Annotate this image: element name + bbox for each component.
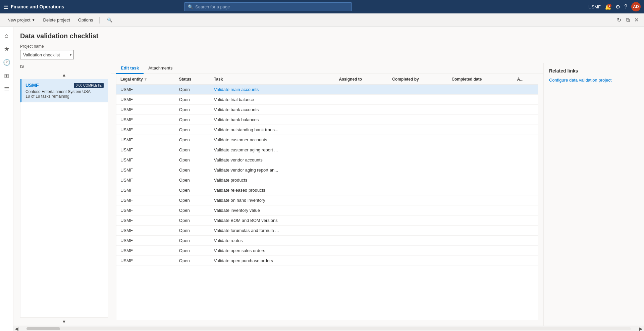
cell-legal-entity: USMF: [116, 145, 175, 155]
col-completed-by: Completed by: [388, 74, 447, 85]
cell-a: [513, 95, 538, 105]
col-assigned-to: Assigned to: [335, 74, 388, 85]
entity-name: Contoso Entertainment System USA: [25, 89, 104, 94]
table-row[interactable]: USMFOpenValidate bank accounts: [116, 105, 538, 115]
table-row[interactable]: USMFOpenValidate bank balances: [116, 115, 538, 125]
cell-completed-date: [447, 175, 513, 185]
grid-container[interactable]: Legal entity ▿ Status Task Assigned to C…: [116, 74, 538, 320]
cell-legal-entity: USMF: [116, 205, 175, 216]
entity-item-usmf[interactable]: USMF 0.00 COMPLETE Contoso Entertainment…: [20, 79, 108, 102]
close-button[interactable]: ✕: [633, 15, 640, 25]
cell-a: [513, 175, 538, 185]
content-area: Data validation checklist Project name V…: [13, 27, 644, 331]
cell-a: [513, 205, 538, 216]
cell-completed-date: [447, 205, 513, 216]
sidebar-favorites-button[interactable]: ★: [1, 43, 13, 55]
sidebar-recent-button[interactable]: 🕐: [1, 56, 13, 68]
table-row[interactable]: USMFOpenValidate open purchase orders: [116, 256, 538, 266]
table-row[interactable]: USMFOpenValidate vendor accounts: [116, 155, 538, 165]
refresh-button[interactable]: ↻: [615, 15, 623, 25]
cell-status: Open: [175, 145, 210, 155]
toolbar-search-button[interactable]: 🔍: [104, 16, 116, 24]
cell-task: Validate bank accounts: [210, 105, 335, 115]
scroll-right-arrow[interactable]: ▶: [638, 326, 644, 331]
settings-button[interactable]: ⚙: [615, 4, 620, 10]
project-select-wrapper: Validation checklist: [20, 50, 74, 59]
cell-legal-entity: USMF: [116, 125, 175, 135]
col-task: Task: [210, 74, 335, 85]
hamburger-menu-button[interactable]: ☰: [3, 4, 8, 10]
scroll-down-arrow[interactable]: ▼: [20, 318, 108, 326]
cell-a: [513, 216, 538, 226]
cell-task: Validate inventory value: [210, 205, 335, 216]
table-row[interactable]: USMFOpenValidate main accounts: [116, 85, 538, 95]
scroll-left-arrow[interactable]: ◀: [13, 326, 20, 331]
search-input[interactable]: [195, 4, 348, 9]
cell-task: Validate routes: [210, 236, 335, 246]
col-a: A...: [513, 74, 538, 85]
options-button[interactable]: Options: [75, 16, 97, 24]
global-search-bar[interactable]: 🔍: [184, 2, 352, 11]
bottom-scrollbar[interactable]: [26, 327, 631, 330]
cell-completed-date: [447, 85, 513, 95]
project-name-select[interactable]: Validation checklist: [20, 50, 74, 59]
cell-completed-date: [447, 216, 513, 226]
scroll-up-arrow[interactable]: ▲: [20, 71, 108, 79]
cell-legal-entity: USMF: [116, 246, 175, 256]
cell-assigned-to: [335, 195, 388, 205]
cell-assigned-to: [335, 205, 388, 216]
table-row[interactable]: USMFOpenValidate inventory value: [116, 205, 538, 216]
new-project-button[interactable]: New project ▼: [4, 16, 39, 24]
right-area: Edit task Attachments Legal entity ▿: [111, 63, 644, 326]
configure-data-validation-link[interactable]: Configure data validation project: [549, 78, 639, 83]
tab-attachments[interactable]: Attachments: [144, 63, 177, 74]
table-row[interactable]: USMFOpenValidate vendor aging report an.…: [116, 165, 538, 175]
cell-task: Validate customer accounts: [210, 135, 335, 145]
help-button[interactable]: ?: [624, 4, 627, 10]
table-row[interactable]: USMFOpenValidate BOM and BOM versions: [116, 216, 538, 226]
table-row[interactable]: USMFOpenValidate products: [116, 175, 538, 185]
user-avatar[interactable]: AD: [631, 2, 641, 11]
cell-a: [513, 155, 538, 165]
notifications-button[interactable]: 🔔 1: [605, 4, 611, 10]
cell-assigned-to: [335, 115, 388, 125]
table-row[interactable]: USMFOpenValidate forumulas and formula .…: [116, 226, 538, 236]
table-row[interactable]: USMFOpenValidate open sales orders: [116, 246, 538, 256]
cell-task[interactable]: Validate main accounts: [210, 85, 335, 95]
table-row[interactable]: USMFOpenValidate customer aging report .…: [116, 145, 538, 155]
cell-task: Validate outstanding bank trans...: [210, 125, 335, 135]
cell-completed-by: [388, 155, 447, 165]
delete-project-button[interactable]: Delete project: [40, 16, 73, 24]
cell-task: Validate open purchase orders: [210, 256, 335, 266]
sidebar-workspaces-button[interactable]: ⊞: [1, 70, 13, 82]
grid-body: USMFOpenValidate main accountsUSMFOpenVa…: [116, 85, 538, 266]
cell-status: Open: [175, 175, 210, 185]
table-row[interactable]: USMFOpenValidate released products: [116, 185, 538, 195]
bottom-bar: ◀ ▶: [13, 326, 644, 331]
cell-completed-date: [447, 125, 513, 135]
cell-status: Open: [175, 85, 210, 95]
cell-a: [513, 135, 538, 145]
cell-completed-by: [388, 256, 447, 266]
cell-a: [513, 256, 538, 266]
cell-legal-entity: USMF: [116, 185, 175, 195]
cell-assigned-to: [335, 256, 388, 266]
table-row[interactable]: USMFOpenValidate on hand inventory: [116, 195, 538, 205]
sidebar-modules-button[interactable]: ☰: [1, 83, 13, 95]
cell-completed-by: [388, 246, 447, 256]
cell-legal-entity: USMF: [116, 155, 175, 165]
tab-edit-task[interactable]: Edit task: [116, 63, 144, 74]
table-row[interactable]: USMFOpenValidate customer accounts: [116, 135, 538, 145]
col-legal-entity[interactable]: Legal entity ▿: [116, 74, 175, 85]
sidebar-home-button[interactable]: ⌂: [1, 30, 13, 42]
table-row[interactable]: USMFOpenValidate routes: [116, 236, 538, 246]
page-title: Data validation checklist: [20, 32, 637, 40]
cell-completed-date: [447, 236, 513, 246]
table-row[interactable]: USMFOpenValidate outstanding bank trans.…: [116, 125, 538, 135]
table-row[interactable]: USMFOpenValidate trial balance: [116, 95, 538, 105]
task-link[interactable]: Validate main accounts: [214, 87, 259, 92]
cell-completed-by: [388, 226, 447, 236]
col-completed-date: Completed date: [447, 74, 513, 85]
app-logo-area: ☰ Finance and Operations: [3, 4, 64, 10]
open-new-window-button[interactable]: ⧉: [625, 16, 631, 25]
